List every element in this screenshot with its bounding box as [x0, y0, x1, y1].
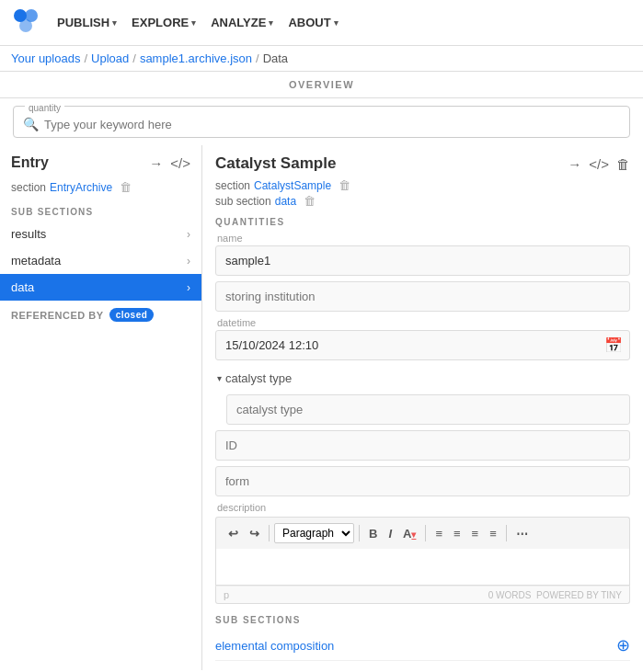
referenced-by-label: REFERENCED BY	[11, 310, 104, 321]
align-right-button[interactable]: ≡	[467, 524, 484, 543]
redo-button[interactable]: ↪	[245, 524, 264, 543]
trash-icon[interactable]: 🗑	[616, 156, 630, 172]
left-panel-title: Entry	[11, 154, 49, 171]
search-quantity-label: quantity	[25, 103, 64, 113]
search-input[interactable]	[44, 118, 620, 131]
id-input[interactable]	[215, 430, 630, 461]
right-panel-icons: → </> 🗑	[568, 156, 630, 172]
catalyst-type-input[interactable]	[226, 394, 630, 425]
right-subsection-link[interactable]: data	[275, 195, 296, 208]
datetime-input-row: 📅	[215, 330, 630, 360]
right-subsections-label: SUB SECTIONS	[215, 615, 630, 625]
chevron-right-icon: ›	[187, 228, 190, 241]
name-label: name	[215, 233, 630, 244]
right-sub-trash-icon[interactable]: 🗑	[304, 194, 316, 208]
breadcrumb-your-uploads[interactable]: Your uploads	[11, 51, 80, 65]
chevron-down-icon: ▾	[191, 18, 196, 28]
catalyst-type-collapsible[interactable]: ▾ catalyst type	[215, 366, 630, 391]
overview-bar: OVERVIEW	[0, 72, 643, 98]
editor-footer: p 0 WORDS POWERED BY TINY	[215, 586, 630, 604]
align-center-button[interactable]: ≡	[449, 524, 465, 543]
search-container: quantity 🔍	[0, 98, 643, 145]
tiny-brand: 0 WORDS POWERED BY TINY	[488, 590, 622, 600]
code-icon[interactable]: </>	[170, 155, 190, 171]
plus-icon[interactable]: ⊕	[616, 635, 630, 655]
nav-item-analyze[interactable]: ANALYZE ▾	[205, 12, 279, 33]
arrow-right-icon[interactable]: →	[149, 155, 163, 171]
chevron-right-icon: ›	[187, 281, 190, 294]
datetime-field-group: datetime 📅	[215, 317, 630, 360]
name-field-group: name	[215, 233, 630, 276]
breadcrumb-sep: /	[84, 51, 87, 65]
breadcrumb-upload[interactable]: Upload	[91, 51, 129, 65]
nav-item-publish[interactable]: PUBLISH ▾	[52, 12, 122, 33]
form-input[interactable]	[215, 466, 630, 496]
right-panel-title: Catalyst Sample	[215, 154, 336, 173]
toolbar-separator	[359, 525, 360, 541]
left-panel-icons: → </>	[149, 155, 190, 171]
nav-item-about[interactable]: ABOUT ▾	[282, 12, 343, 33]
code-icon[interactable]: </>	[589, 156, 609, 172]
catalyst-type-section-label: catalyst type	[225, 371, 292, 385]
chevron-down-icon: ▾	[112, 18, 117, 28]
chevron-down-icon: ▾	[334, 18, 339, 28]
section-row: section EntryArchive 🗑	[0, 178, 201, 199]
editor-p-tag: p	[224, 589, 229, 600]
chevron-right-icon: ›	[187, 255, 190, 268]
collapse-arrow-icon: ▾	[217, 373, 222, 383]
description-label: description	[215, 502, 630, 513]
referenced-by-row: REFERENCED BY closed	[0, 301, 201, 329]
editor-toolbar: ↩ ↪ Paragraph B I A▾ ≡ ≡ ≡ ≡ ⋯	[215, 517, 630, 549]
closed-badge[interactable]: closed	[109, 308, 155, 322]
svg-point-2	[19, 19, 32, 32]
storing-institution-input[interactable]	[215, 281, 630, 312]
right-panel-header: Catalyst Sample → </> 🗑	[215, 154, 630, 173]
breadcrumb-sep: /	[256, 51, 259, 65]
breadcrumb-archive-json[interactable]: sample1.archive.json	[140, 51, 252, 65]
calendar-icon[interactable]: 📅	[604, 336, 623, 354]
nav-item-explore[interactable]: EXPLORE ▾	[126, 12, 201, 33]
storing-institution-field-group	[215, 281, 630, 312]
main-layout: Entry → </> section EntryArchive 🗑 SUB S…	[0, 145, 643, 670]
sidebar-item-metadata[interactable]: metadata ›	[0, 247, 201, 274]
plus-icon[interactable]: ⊕	[616, 666, 630, 670]
datetime-label: datetime	[215, 317, 630, 328]
catalyst-type-field-group	[215, 394, 630, 425]
logo	[11, 6, 40, 39]
form-field-group	[215, 466, 630, 496]
paragraph-select[interactable]: Paragraph	[274, 523, 354, 543]
more-button[interactable]: ⋯	[511, 524, 533, 543]
quantities-label: QUANTITIES	[215, 217, 630, 227]
section-link-entry-archive[interactable]: EntryArchive	[50, 181, 112, 194]
italic-button[interactable]: I	[384, 524, 396, 543]
subsection-item-elemental[interactable]: elemental composition ⊕	[215, 631, 630, 661]
right-subsection-row: sub section data 🗑	[215, 194, 630, 208]
top-nav: PUBLISH ▾ EXPLORE ▾ ANALYZE ▾ ABOUT ▾	[0, 0, 643, 46]
subsection-item-components[interactable]: components ⊕	[215, 661, 630, 670]
trash-icon[interactable]: 🗑	[120, 180, 132, 194]
right-section-link[interactable]: CatalystSample	[254, 179, 331, 192]
subsections-label: SUB SECTIONS	[0, 199, 201, 221]
toolbar-separator	[506, 525, 507, 541]
right-section-prefix: section	[215, 179, 250, 192]
breadcrumb-sep: /	[132, 51, 136, 65]
undo-button[interactable]: ↩	[224, 524, 243, 543]
right-panel: Catalyst Sample → </> 🗑 section Catalyst…	[202, 145, 643, 670]
toolbar-separator	[269, 525, 270, 541]
align-left-button[interactable]: ≡	[431, 524, 447, 543]
datetime-input[interactable]	[215, 330, 630, 360]
right-trash-icon[interactable]: 🗑	[339, 178, 350, 192]
align-justify-button[interactable]: ≡	[485, 524, 501, 543]
right-subsection-prefix: sub section	[215, 195, 271, 208]
bold-button[interactable]: B	[364, 524, 382, 543]
highlight-button[interactable]: A▾	[398, 524, 420, 543]
sidebar-item-data[interactable]: data ›	[0, 274, 201, 301]
arrow-right-icon[interactable]: →	[568, 156, 581, 172]
search-icon: 🔍	[23, 117, 39, 131]
breadcrumb: Your uploads / Upload / sample1.archive.…	[0, 46, 643, 72]
name-input[interactable]	[215, 245, 630, 276]
id-field-group	[215, 430, 630, 461]
description-field-group: description ↩ ↪ Paragraph B I A▾ ≡ ≡ ≡ ≡…	[215, 502, 630, 604]
editor-body[interactable]	[215, 549, 630, 586]
sidebar-item-results[interactable]: results ›	[0, 221, 201, 247]
